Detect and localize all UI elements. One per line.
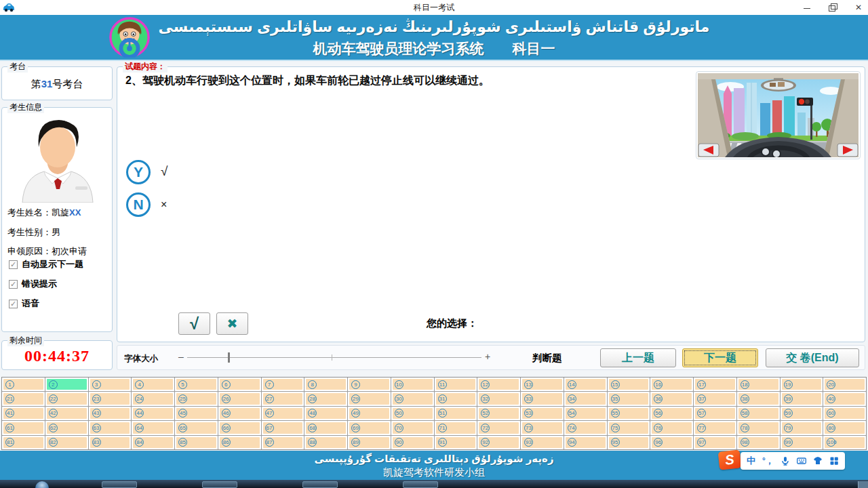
- question-cell-11[interactable]: 11: [435, 378, 477, 391]
- minimize-button[interactable]: [803, 3, 811, 12]
- microphone-icon[interactable]: [781, 456, 790, 466]
- question-cell-21[interactable]: 21: [2, 392, 45, 405]
- question-cell-9[interactable]: 9: [348, 378, 391, 391]
- question-cell-53[interactable]: 53: [521, 407, 564, 420]
- question-cell-81[interactable]: 81: [2, 436, 45, 449]
- question-cell-30[interactable]: 30: [391, 392, 434, 405]
- question-cell-20[interactable]: 20: [823, 378, 866, 391]
- question-cell-4[interactable]: 4: [132, 378, 174, 391]
- taskbar-app-button[interactable]: [102, 481, 137, 488]
- question-cell-57[interactable]: 57: [694, 407, 736, 420]
- question-cell-23[interactable]: 23: [89, 392, 132, 405]
- question-cell-93[interactable]: 93: [521, 436, 564, 449]
- taskbar-app-button[interactable]: [302, 481, 338, 488]
- question-cell-14[interactable]: 14: [564, 378, 607, 391]
- question-cell-96[interactable]: 96: [650, 436, 693, 449]
- question-cell-98[interactable]: 98: [737, 436, 780, 449]
- ime-punctuation-icon[interactable]: °，: [762, 455, 774, 467]
- question-cell-89[interactable]: 89: [348, 436, 391, 449]
- question-cell-49[interactable]: 49: [348, 407, 391, 420]
- question-cell-63[interactable]: 63: [89, 421, 132, 434]
- question-cell-18[interactable]: 18: [737, 378, 780, 391]
- question-cell-67[interactable]: 67: [262, 421, 304, 434]
- question-cell-6[interactable]: 6: [218, 378, 261, 391]
- question-cell-26[interactable]: 26: [218, 392, 261, 405]
- question-cell-1[interactable]: 1: [2, 378, 45, 391]
- question-cell-77[interactable]: 77: [694, 421, 736, 434]
- question-cell-65[interactable]: 65: [175, 421, 218, 434]
- question-cell-16[interactable]: 16: [650, 378, 693, 391]
- question-cell-51[interactable]: 51: [435, 407, 477, 420]
- question-cell-2[interactable]: 2: [45, 378, 88, 391]
- question-cell-39[interactable]: 39: [781, 392, 823, 405]
- question-cell-19[interactable]: 19: [781, 378, 823, 391]
- question-cell-38[interactable]: 38: [737, 392, 780, 405]
- restore-button[interactable]: [829, 3, 837, 12]
- question-cell-70[interactable]: 70: [391, 421, 434, 434]
- question-cell-15[interactable]: 15: [608, 378, 650, 391]
- ime-chinese-mode-icon[interactable]: 中: [747, 455, 755, 467]
- question-cell-29[interactable]: 29: [348, 392, 391, 405]
- question-cell-73[interactable]: 73: [521, 421, 564, 434]
- question-cell-83[interactable]: 83: [89, 436, 132, 449]
- question-cell-47[interactable]: 47: [262, 407, 304, 420]
- taskbar-app-button[interactable]: [403, 481, 438, 488]
- question-cell-74[interactable]: 74: [564, 421, 607, 434]
- question-cell-79[interactable]: 79: [781, 421, 823, 434]
- question-cell-32[interactable]: 32: [477, 392, 520, 405]
- question-cell-22[interactable]: 22: [45, 392, 88, 405]
- question-cell-52[interactable]: 52: [477, 407, 520, 420]
- question-cell-43[interactable]: 43: [89, 407, 132, 420]
- previous-question-button[interactable]: 上一题: [600, 348, 676, 367]
- checkbox-error-hint[interactable]: ✓ 错误提示: [9, 278, 57, 290]
- checkbox-checked-icon[interactable]: ✓: [9, 260, 18, 269]
- question-cell-36[interactable]: 36: [650, 392, 693, 405]
- question-cell-87[interactable]: 87: [262, 436, 304, 449]
- font-size-slider-track[interactable]: [187, 357, 481, 358]
- question-cell-82[interactable]: 82: [45, 436, 88, 449]
- question-cell-72[interactable]: 72: [477, 421, 520, 434]
- question-cell-91[interactable]: 91: [435, 436, 477, 449]
- question-cell-68[interactable]: 68: [304, 421, 347, 434]
- question-cell-7[interactable]: 7: [262, 378, 304, 391]
- question-cell-28[interactable]: 28: [304, 392, 347, 405]
- question-cell-71[interactable]: 71: [435, 421, 477, 434]
- question-cell-48[interactable]: 48: [304, 407, 347, 420]
- question-cell-34[interactable]: 34: [564, 392, 607, 405]
- close-button[interactable]: ✕: [854, 3, 863, 12]
- question-cell-61[interactable]: 61: [2, 421, 45, 434]
- question-cell-69[interactable]: 69: [348, 421, 391, 434]
- question-cell-40[interactable]: 40: [823, 392, 866, 405]
- windows-taskbar[interactable]: [0, 480, 868, 488]
- question-cell-56[interactable]: 56: [650, 407, 693, 420]
- question-cell-10[interactable]: 10: [391, 378, 434, 391]
- question-cell-3[interactable]: 3: [89, 378, 132, 391]
- answer-wrong-button[interactable]: ✖: [216, 312, 248, 335]
- question-cell-100[interactable]: 100: [823, 436, 866, 449]
- question-cell-60[interactable]: 60: [823, 407, 866, 420]
- question-cell-24[interactable]: 24: [132, 392, 174, 405]
- question-cell-92[interactable]: 92: [477, 436, 520, 449]
- question-cell-59[interactable]: 59: [781, 407, 823, 420]
- question-cell-33[interactable]: 33: [521, 392, 564, 405]
- submit-exam-button[interactable]: 交 卷(End): [766, 348, 859, 367]
- question-cell-41[interactable]: 41: [2, 407, 45, 420]
- option-y-button[interactable]: Y: [126, 160, 151, 184]
- taskbar-app-button[interactable]: [202, 481, 237, 488]
- question-cell-31[interactable]: 31: [435, 392, 477, 405]
- ime-toolbox-icon[interactable]: [829, 456, 839, 466]
- question-cell-88[interactable]: 88: [304, 436, 347, 449]
- question-cell-5[interactable]: 5: [175, 378, 218, 391]
- question-cell-75[interactable]: 75: [608, 421, 650, 434]
- question-cell-13[interactable]: 13: [521, 378, 564, 391]
- checkbox-voice[interactable]: ✓ 语音: [9, 298, 39, 310]
- show-desktop-button[interactable]: [858, 481, 868, 488]
- question-cell-90[interactable]: 90: [391, 436, 434, 449]
- question-cell-42[interactable]: 42: [45, 407, 88, 420]
- question-cell-25[interactable]: 25: [175, 392, 218, 405]
- checkbox-auto-next[interactable]: ✓ 自动显示下一题: [9, 258, 83, 270]
- question-cell-44[interactable]: 44: [132, 407, 174, 420]
- sogou-ime-logo-icon[interactable]: S: [718, 449, 742, 470]
- question-cell-99[interactable]: 99: [781, 436, 823, 449]
- question-cell-97[interactable]: 97: [694, 436, 736, 449]
